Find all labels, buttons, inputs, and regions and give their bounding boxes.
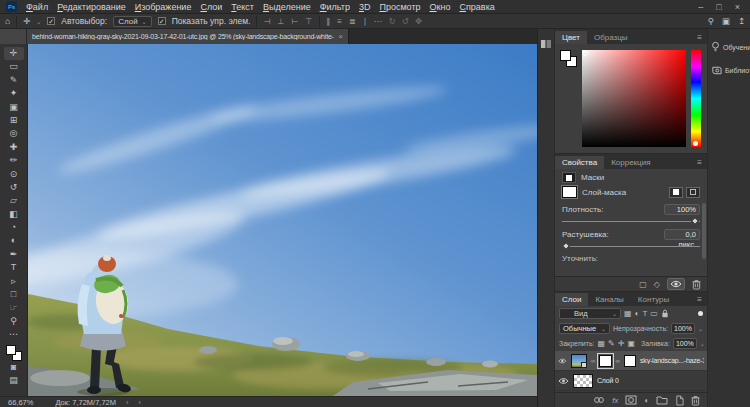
panel-menu-icon[interactable]: ≡ bbox=[692, 33, 707, 44]
crop-tool[interactable]: ▣ bbox=[4, 101, 24, 114]
close-button[interactable]: × bbox=[735, 2, 740, 12]
workspace-icon[interactable]: ▣ bbox=[722, 16, 730, 26]
feather-slider[interactable] bbox=[562, 243, 700, 250]
layer-row-layer0[interactable]: Слой 0 bbox=[555, 371, 707, 391]
quick-mask-icon[interactable]: ◙ bbox=[4, 361, 24, 374]
hue-slider[interactable] bbox=[691, 50, 701, 147]
menu-help[interactable]: Справка bbox=[459, 2, 494, 12]
pen-tool[interactable]: ✒ bbox=[4, 248, 24, 261]
density-slider-thumb[interactable] bbox=[691, 217, 699, 225]
chevron-down-icon[interactable]: ⌄ bbox=[700, 340, 705, 347]
menu-image[interactable]: Изображение bbox=[135, 2, 192, 12]
add-mask-icon[interactable] bbox=[625, 395, 637, 405]
fill-value[interactable]: 100% bbox=[673, 338, 697, 349]
share-icon[interactable]: ↥ bbox=[738, 16, 745, 26]
foreground-background-swatches[interactable] bbox=[6, 345, 22, 361]
move-tool[interactable]: ✛ bbox=[4, 47, 24, 60]
autoselect-checkbox[interactable]: ✓ bbox=[47, 17, 55, 25]
layer-row-sky[interactable]: ∞ ∞ sky-landscap...-haze-39257 bbox=[555, 351, 707, 371]
delete-mask-icon[interactable] bbox=[692, 279, 701, 290]
target-select[interactable]: Слой ⌄ bbox=[113, 16, 151, 27]
tab-color[interactable]: Цвет bbox=[555, 31, 587, 44]
delete-layer-icon[interactable] bbox=[691, 395, 700, 406]
visibility-eye-icon[interactable] bbox=[558, 377, 569, 385]
frame-tool[interactable]: ⊞ bbox=[4, 114, 24, 127]
filter-shape-layers-icon[interactable]: ▭ bbox=[650, 309, 658, 318]
history-brush-tool[interactable]: ↺ bbox=[4, 181, 24, 194]
brush-tool[interactable]: ✏ bbox=[4, 154, 24, 167]
rectangle-tool[interactable]: □ bbox=[4, 288, 24, 301]
filter-type-layers-icon[interactable]: T bbox=[642, 309, 647, 318]
lasso-tool[interactable]: ✎ bbox=[4, 74, 24, 87]
layer-name[interactable]: Слой 0 bbox=[597, 377, 619, 384]
canvas[interactable] bbox=[28, 44, 537, 396]
zoom-tool[interactable]: ⚲ bbox=[4, 315, 24, 328]
path-selection-tool[interactable]: ▹ bbox=[4, 275, 24, 288]
menu-file[interactable]: Файл bbox=[26, 2, 48, 12]
mask-selection-icon[interactable]: ▢ bbox=[639, 280, 647, 289]
align-more-icon[interactable]: ⋯ bbox=[374, 17, 383, 26]
layer-thumbnail[interactable] bbox=[573, 374, 593, 388]
layer-name[interactable]: sky-landscap...-haze-39257 bbox=[640, 357, 704, 364]
distribute-heights-icon[interactable]: ≣ bbox=[349, 17, 357, 26]
new-group-icon[interactable] bbox=[656, 395, 668, 405]
collapsed-panels-icon[interactable] bbox=[540, 39, 552, 49]
filter-adjustment-layers-icon[interactable]: ◐ bbox=[635, 309, 640, 318]
chevron-down-icon[interactable]: ⌄ bbox=[36, 18, 41, 25]
eyedropper-tool[interactable]: ◎ bbox=[4, 127, 24, 140]
menu-edit[interactable]: Редактирование bbox=[57, 2, 126, 12]
distribute-horizontal-icon[interactable]: ≡ bbox=[337, 17, 343, 26]
minimize-button[interactable]: – bbox=[698, 2, 703, 12]
screen-mode-icon[interactable]: ▤ bbox=[4, 374, 24, 387]
edit-toolbar-icon[interactable]: ⋯ bbox=[4, 328, 24, 341]
tab-close-icon[interactable]: × bbox=[338, 32, 343, 41]
visibility-eye-icon[interactable] bbox=[558, 357, 567, 365]
lock-artboard-icon[interactable]: ▣ bbox=[627, 339, 635, 348]
layer-style-icon[interactable]: fx bbox=[612, 396, 618, 405]
foreground-color-swatch[interactable] bbox=[6, 345, 16, 355]
menu-filter[interactable]: Фильтр bbox=[320, 2, 350, 12]
zoom-level[interactable]: 66,67% bbox=[8, 398, 33, 407]
menu-type[interactable]: Текст bbox=[231, 2, 254, 12]
menu-view[interactable]: Просмотр bbox=[379, 2, 420, 12]
density-value[interactable]: 100% bbox=[664, 204, 700, 215]
blend-mode-select[interactable]: Обычные ⌄ bbox=[559, 323, 610, 334]
search-icon[interactable]: ⚲ bbox=[708, 16, 714, 26]
filter-pixel-layers-icon[interactable]: ▦ bbox=[624, 309, 632, 318]
new-layer-icon[interactable] bbox=[675, 395, 684, 406]
move-tool-preset-icon[interactable]: ✛ bbox=[23, 16, 30, 26]
distribute-vertical-icon[interactable]: ∥ bbox=[326, 17, 331, 26]
layer-filter-select[interactable]: Вид ⌄ bbox=[559, 308, 621, 319]
menu-3d[interactable]: 3D bbox=[359, 2, 371, 12]
opacity-value[interactable]: 100% bbox=[671, 323, 695, 334]
tab-paths[interactable]: Контуры bbox=[631, 293, 676, 306]
color-panel-swatches[interactable] bbox=[560, 50, 577, 67]
align-left-icon[interactable]: ⊣ bbox=[263, 17, 271, 26]
mask-visibility-toggle[interactable] bbox=[667, 278, 685, 290]
align-center-icon[interactable]: ⊥ bbox=[277, 17, 285, 26]
align-right-icon[interactable]: ⊢ bbox=[291, 17, 299, 26]
feather-slider-thumb[interactable] bbox=[562, 242, 570, 250]
panel-menu-icon[interactable]: ≡ bbox=[692, 158, 707, 169]
add-adjustment-icon[interactable]: ◐ bbox=[644, 396, 649, 405]
vector-mask-thumbnail[interactable] bbox=[624, 355, 636, 367]
menu-select[interactable]: Выделение bbox=[263, 2, 311, 12]
eraser-tool[interactable]: ▱ bbox=[4, 194, 24, 207]
tab-channels[interactable]: Каналы bbox=[588, 293, 630, 306]
distribute-widths-icon[interactable]: ∣ bbox=[363, 17, 368, 26]
tab-layers[interactable]: Слои bbox=[555, 293, 588, 306]
menu-layers[interactable]: Слои bbox=[200, 2, 222, 12]
filter-toggle-icon[interactable] bbox=[698, 311, 703, 316]
layer-thumbnail[interactable] bbox=[571, 354, 587, 368]
rail-item-libraries[interactable]: Библиотеки bbox=[708, 65, 750, 76]
type-tool[interactable]: T bbox=[4, 261, 24, 274]
select-layer-mask-button[interactable] bbox=[669, 187, 683, 198]
apply-mask-icon[interactable]: ◇ bbox=[654, 280, 660, 289]
tab-properties[interactable]: Свойства bbox=[555, 156, 604, 169]
show-controls-checkbox[interactable]: ✓ bbox=[158, 17, 166, 25]
chevron-down-icon[interactable]: ⌄ bbox=[698, 325, 703, 332]
blur-tool[interactable]: ◔ bbox=[4, 221, 24, 234]
hand-tool[interactable]: ☞ bbox=[4, 301, 24, 314]
feather-value[interactable]: 0,0 пикс. bbox=[664, 229, 700, 240]
saturation-brightness-field[interactable] bbox=[582, 50, 686, 147]
